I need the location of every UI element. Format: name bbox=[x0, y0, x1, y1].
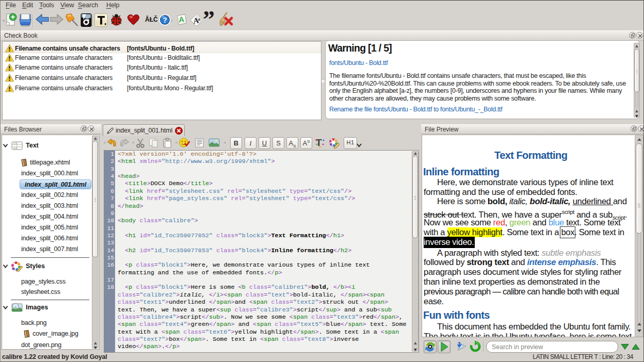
svg-text:1 1: 1 1 bbox=[13, 147, 17, 150]
svg-text:A: A bbox=[179, 15, 185, 24]
svg-text:1 1: 1 1 bbox=[13, 142, 17, 145]
svg-text:?: ? bbox=[163, 16, 167, 24]
